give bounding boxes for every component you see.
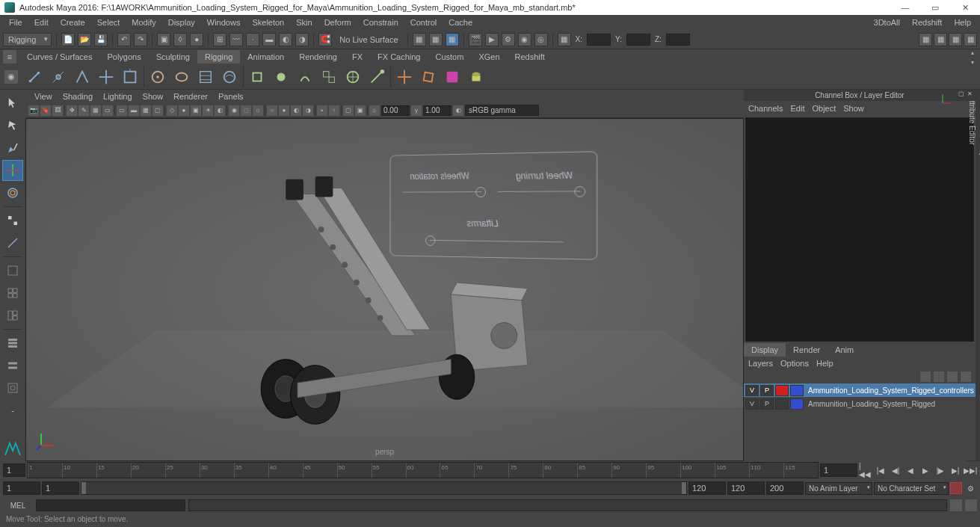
layer-playback-toggle[interactable]: P xyxy=(760,398,774,410)
detach-skin-icon[interactable] xyxy=(171,67,192,87)
live-surface-toggle-icon[interactable]: 🧲 xyxy=(318,33,332,46)
paint-weights-icon[interactable] xyxy=(195,67,216,87)
gamma-icon[interactable]: γ xyxy=(411,105,422,116)
shelf-tab-animation[interactable]: Animation xyxy=(240,50,292,64)
panel-menu-shading[interactable]: Shading xyxy=(58,91,97,102)
menu-constrain[interactable]: Constrain xyxy=(357,16,404,28)
step-back-icon[interactable]: ◀| xyxy=(889,463,902,477)
sidebar-toggle-2-icon[interactable]: ▦ xyxy=(934,33,947,46)
panel-menu-lighting[interactable]: Lighting xyxy=(99,91,137,102)
object-menu[interactable]: Object xyxy=(812,104,836,113)
graph-editor-icon[interactable] xyxy=(2,355,23,376)
shelf-tab-rigging[interactable]: Rigging xyxy=(197,50,240,64)
2d-pan-icon[interactable]: ✥ xyxy=(67,105,77,116)
layers-menu[interactable]: Layers xyxy=(748,359,773,368)
light-1-icon[interactable]: ○ xyxy=(267,105,277,116)
shelf-tab-custom[interactable]: Custom xyxy=(428,50,472,64)
shelf-tab-fx[interactable]: FX xyxy=(345,50,370,64)
ipr-render-icon[interactable]: ▶ xyxy=(485,33,499,46)
select-mode-icon[interactable]: ▣ xyxy=(157,33,170,46)
menu-skeleton[interactable]: Skeleton xyxy=(246,16,290,28)
layer-help-menu[interactable]: Help xyxy=(816,359,833,368)
rotate-tool[interactable] xyxy=(2,182,23,203)
shelf-tab-redshift[interactable]: Redshift xyxy=(508,50,552,64)
sidebar-toggle-1-icon[interactable]: ▦ xyxy=(919,33,932,46)
liftarms-slider[interactable] xyxy=(429,240,563,242)
layer-options-menu[interactable]: Options xyxy=(780,359,809,368)
grease-pencil-icon[interactable]: ✎ xyxy=(78,105,89,116)
isolate-icon[interactable]: ◉ xyxy=(229,105,239,116)
prefs-icon[interactable]: ⚙ xyxy=(964,481,977,495)
menu-windows[interactable]: Windows xyxy=(201,16,247,28)
motion-blur-icon[interactable]: ▫ xyxy=(329,105,339,116)
gamma-input[interactable] xyxy=(423,105,452,116)
ao-icon[interactable]: ▢ xyxy=(343,105,354,116)
time-start-range-input[interactable] xyxy=(3,463,25,477)
goto-start-icon[interactable]: |◀◀ xyxy=(859,463,872,477)
snap-grid-icon[interactable]: ⊞ xyxy=(213,33,226,46)
paint-select-icon[interactable]: ● xyxy=(190,33,203,46)
menu-modify[interactable]: Modify xyxy=(126,16,161,28)
minimize-button[interactable]: — xyxy=(890,0,920,15)
insert-joint-icon[interactable] xyxy=(48,67,69,87)
lattice-icon[interactable] xyxy=(442,67,463,87)
menu-cache[interactable]: Cache xyxy=(443,16,478,28)
layer-move-down-icon[interactable] xyxy=(934,372,944,382)
layer-row[interactable]: VPAmmunition_Loading_System_Rigged_contr… xyxy=(744,383,976,397)
constraint-aim-icon[interactable] xyxy=(342,67,363,87)
layout-four-icon[interactable] xyxy=(2,283,23,303)
script-editor-icon[interactable] xyxy=(950,499,962,511)
panel-menu-show[interactable]: Show xyxy=(138,91,168,102)
undo-icon[interactable]: ↶ xyxy=(117,33,131,46)
panel-dock-icon[interactable]: ▢ xyxy=(958,90,965,98)
use-lights-icon[interactable]: ☀ xyxy=(203,105,213,116)
shelf-options-icon[interactable]: ◉ xyxy=(4,70,18,84)
paint-tool[interactable] xyxy=(2,138,23,158)
step-fwd-icon[interactable]: |▶ xyxy=(934,463,947,477)
viewport[interactable]: Wheels rotation Wheel turning Liftarms p… xyxy=(25,118,744,461)
layout-three-icon[interactable] xyxy=(2,305,23,326)
depth-icon[interactable]: ▪ xyxy=(317,105,327,116)
grid-icon[interactable]: ▦ xyxy=(90,105,101,116)
time-current-input[interactable] xyxy=(820,463,857,477)
camera-select-icon[interactable]: 📷 xyxy=(28,105,39,116)
constraint-parent-icon[interactable] xyxy=(247,67,268,87)
new-scene-icon[interactable]: 📄 xyxy=(61,33,75,46)
channels-menu[interactable]: Channels xyxy=(748,104,783,113)
safe-action-icon[interactable]: ▢ xyxy=(152,105,163,116)
toggle-icon-1[interactable]: ▦ xyxy=(429,33,443,46)
anim-tab[interactable]: Anim xyxy=(828,343,861,357)
constraint-scale-icon[interactable] xyxy=(318,67,339,87)
control-panel-overlay[interactable]: Wheels rotation Wheel turning Liftarms xyxy=(389,151,597,260)
shelf-scroll-down-icon[interactable]: ▾ xyxy=(971,59,974,66)
shadows-icon[interactable]: ◐ xyxy=(215,105,225,116)
x-input[interactable] xyxy=(587,34,611,46)
film-gate-icon[interactable]: ▭ xyxy=(102,105,113,116)
menu-edit[interactable]: Edit xyxy=(28,16,55,28)
menu-3dtoall[interactable]: 3DtoAll xyxy=(868,16,906,28)
shelf-tab-sculpting[interactable]: Sculpting xyxy=(149,50,197,64)
orient-joint-icon[interactable] xyxy=(96,67,117,87)
maximize-button[interactable]: ▭ xyxy=(920,0,950,15)
menu-redshift[interactable]: Redshift xyxy=(906,16,948,28)
view-transform-icon[interactable]: ◐ xyxy=(453,105,463,116)
move-tool[interactable] xyxy=(2,160,23,181)
shelf-tab-polygons[interactable]: Polygons xyxy=(99,50,148,64)
menu-skin[interactable]: Skin xyxy=(290,16,318,28)
joint-tool-icon[interactable] xyxy=(24,67,45,87)
light-4-icon[interactable]: ◑ xyxy=(303,105,313,116)
wireframe-icon[interactable]: ◇ xyxy=(167,105,177,116)
menu-select[interactable]: Select xyxy=(91,16,126,28)
char-set-dropdown[interactable]: No Character Set xyxy=(874,482,949,495)
snap-curve-icon[interactable]: 〰 xyxy=(229,33,243,46)
exposure-icon[interactable]: ☼ xyxy=(369,105,380,116)
select-tool[interactable] xyxy=(2,93,23,114)
ik-handle-icon[interactable] xyxy=(120,67,141,87)
anim-layer-dropdown[interactable]: No Anim Layer xyxy=(805,482,872,495)
range-slider[interactable] xyxy=(81,481,687,495)
new-layer-icon[interactable] xyxy=(947,372,958,382)
range-start-input[interactable] xyxy=(3,481,40,495)
redo-icon[interactable]: ↷ xyxy=(134,33,147,46)
close-button[interactable]: ✕ xyxy=(950,0,980,15)
shelf-tab-xgen[interactable]: XGen xyxy=(471,50,507,64)
